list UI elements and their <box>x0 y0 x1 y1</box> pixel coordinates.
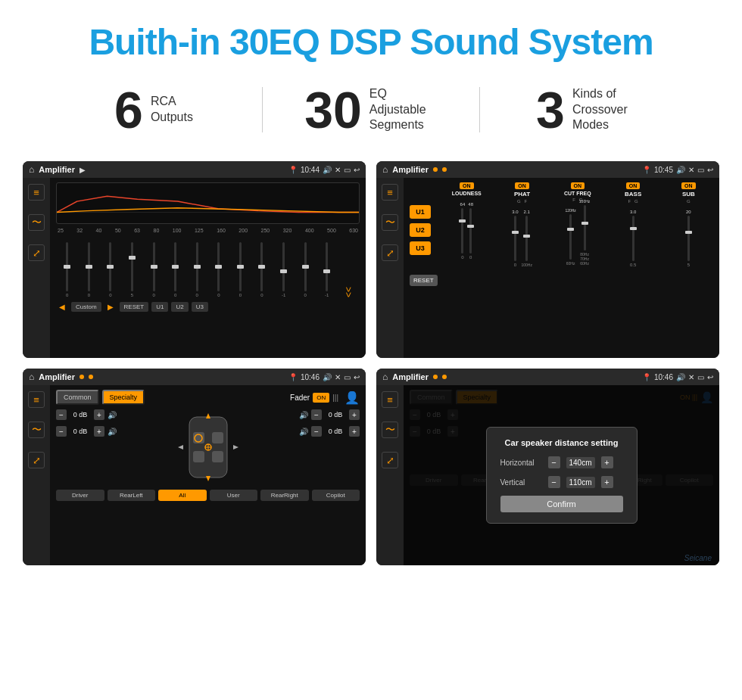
screen-eq: ⌂ Amplifier ▶ 📍 10:44 🔊 ✕ ▭ ↩ ≡ 〜 ⤢ <box>23 161 366 358</box>
u1-btn[interactable]: U1 <box>151 302 168 312</box>
volume-icon-4: 🔊 <box>676 373 685 381</box>
user-avatar-3[interactable]: 👤 <box>344 390 360 405</box>
fader-label: Fader <box>290 394 310 402</box>
svg-marker-11 <box>206 476 210 481</box>
u3-btn[interactable]: U3 <box>192 302 208 312</box>
eq-sliders: 0 0 0 5 0 0 0 0 0 0 -1 0 -1 >> <box>56 237 360 297</box>
fader-left-channels: − 0 dB + 🔊 − 0 dB + 🔊 <box>56 409 117 485</box>
location-icon-1: 📍 <box>288 166 298 174</box>
vertical-minus[interactable]: − <box>548 476 560 488</box>
stat-rca: 6 RCAOutputs <box>45 84 262 135</box>
vertical-value: 110cm <box>566 477 595 488</box>
eq-graph <box>56 182 360 224</box>
on-btn-bass[interactable]: ON <box>626 182 641 189</box>
wave-icon-2[interactable]: 〜 <box>382 214 398 231</box>
home-icon-1[interactable]: ⌂ <box>29 164 34 175</box>
home-icon-4[interactable]: ⌂ <box>382 372 388 382</box>
reset-btn[interactable]: RESET <box>120 302 149 312</box>
wave-icon[interactable]: 〜 <box>28 214 45 231</box>
expand-icon-3[interactable]: ⤢ <box>28 452 45 468</box>
eq-icon-3[interactable]: ≡ <box>28 391 45 408</box>
dialog-box: Car speaker distance setting Horizontal … <box>486 427 638 524</box>
eq-freq-labels: 25 32 40 50 63 80 100 125 160 200 250 32… <box>56 227 360 234</box>
location-icon-4: 📍 <box>642 373 651 381</box>
rearleft-btn[interactable]: RearLeft <box>108 490 156 501</box>
band-sub: ON SUB G 20 5 <box>664 182 713 353</box>
rr-minus[interactable]: − <box>311 426 322 437</box>
rl-plus[interactable]: + <box>94 426 104 437</box>
expand-icon[interactable]: ⤢ <box>28 244 45 261</box>
fr-db: 0 dB <box>325 411 346 418</box>
u2-btn[interactable]: U2 <box>171 302 188 312</box>
eq-icon-2[interactable]: ≡ <box>382 184 398 201</box>
fader-content: − 0 dB + 🔊 − 0 dB + 🔊 <box>56 409 360 485</box>
fl-db: 0 dB <box>70 411 91 418</box>
next-icon[interactable]: ▶ <box>108 303 114 311</box>
band-cutfreq: ON CUT FREQ F G 120Hz 60Hz <box>553 182 602 353</box>
screen3-title: Amplifier <box>39 372 75 381</box>
rl-speaker-icon: 🔊 <box>108 428 117 436</box>
band-name-sub: SUB <box>682 191 695 198</box>
play-icon-1: ▶ <box>80 166 86 174</box>
page-header: Buith-in 30EQ DSP Sound System <box>0 0 742 76</box>
tab-specialty[interactable]: Specialty <box>102 390 145 405</box>
stat-number-rca: 6 <box>114 84 143 135</box>
screen2-title: Amplifier <box>392 165 429 174</box>
rl-minus[interactable]: − <box>56 426 67 437</box>
fl-minus[interactable]: − <box>56 409 67 420</box>
screen4-time: 10:46 <box>654 373 673 381</box>
fr-speaker-icon: 🔊 <box>299 411 308 419</box>
home-icon-3[interactable]: ⌂ <box>29 372 34 382</box>
volume-icon-3: 🔊 <box>323 373 332 381</box>
stat-label-eq: EQ AdjustableSegments <box>369 86 438 133</box>
fader-on-indicator: ON <box>313 393 329 403</box>
fr-plus[interactable]: + <box>349 409 360 420</box>
custom-btn[interactable]: Custom <box>71 302 101 312</box>
stat-number-crossover: 3 <box>536 84 565 135</box>
band-phat: ON PHAT G F 3.0 0 <box>497 182 547 353</box>
prev-icon[interactable]: ◀ <box>59 303 65 311</box>
screen1-time: 10:44 <box>301 166 320 174</box>
expand-icon-4[interactable]: ⤢ <box>382 452 398 468</box>
horizontal-plus[interactable]: + <box>601 456 613 468</box>
preset-u2[interactable]: U2 <box>410 223 431 237</box>
wave-icon-4[interactable]: 〜 <box>382 422 398 438</box>
screen1-bar: ⌂ Amplifier ▶ 📍 10:44 🔊 ✕ ▭ ↩ <box>23 161 366 178</box>
driver-btn[interactable]: Driver <box>56 490 104 501</box>
preset-u1[interactable]: U1 <box>410 205 431 219</box>
preset-u3[interactable]: U3 <box>410 241 431 255</box>
copilot-btn[interactable]: Copilot <box>312 490 360 501</box>
rearright-btn[interactable]: RearRight <box>260 490 309 501</box>
screen-fader: ⌂ Amplifier 📍 10:46 🔊 ✕ ▭ ↩ ≡ 〜 ⤢ <box>23 369 366 565</box>
on-btn-cutfreq[interactable]: ON <box>571 182 585 189</box>
fr-minus[interactable]: − <box>311 409 322 420</box>
car-diagram-center <box>124 409 292 485</box>
screen2-sidebar: ≡ 〜 ⤢ <box>376 178 404 358</box>
horizontal-minus[interactable]: − <box>548 456 560 468</box>
confirm-button[interactable]: Confirm <box>500 496 623 512</box>
eq-icon-4[interactable]: ≡ <box>382 391 398 408</box>
vertical-plus[interactable]: + <box>601 476 613 488</box>
amp-reset[interactable]: RESET <box>410 275 438 286</box>
eq-icon[interactable]: ≡ <box>28 184 45 201</box>
on-btn-phat[interactable]: ON <box>515 182 529 189</box>
location-icon-3: 📍 <box>288 373 298 381</box>
expand-icon-2[interactable]: ⤢ <box>382 244 398 261</box>
horizontal-label: Horizontal <box>500 459 542 467</box>
eq-bottom-bar: ◀ Custom ▶ RESET U1 U2 U3 <box>56 300 360 313</box>
wave-icon-3[interactable]: 〜 <box>28 422 45 438</box>
window-icon-3: ▭ <box>344 373 351 381</box>
on-btn-loudness[interactable]: ON <box>460 182 474 189</box>
rr-plus[interactable]: + <box>349 426 360 437</box>
back-icon-1: ↩ <box>354 166 360 174</box>
on-btn-sub[interactable]: ON <box>681 182 696 189</box>
home-icon-2[interactable]: ⌂ <box>382 164 388 175</box>
band-name-loudness: LOUDNESS <box>452 191 482 196</box>
band-name-bass: BASS <box>625 191 641 198</box>
stat-eq: 30 EQ AdjustableSegments <box>263 84 479 135</box>
tab-common[interactable]: Common <box>56 390 99 405</box>
user-btn[interactable]: User <box>210 490 258 501</box>
window-icon-4: ▭ <box>697 373 704 381</box>
all-btn[interactable]: All <box>158 490 207 501</box>
fl-plus[interactable]: + <box>94 409 104 420</box>
